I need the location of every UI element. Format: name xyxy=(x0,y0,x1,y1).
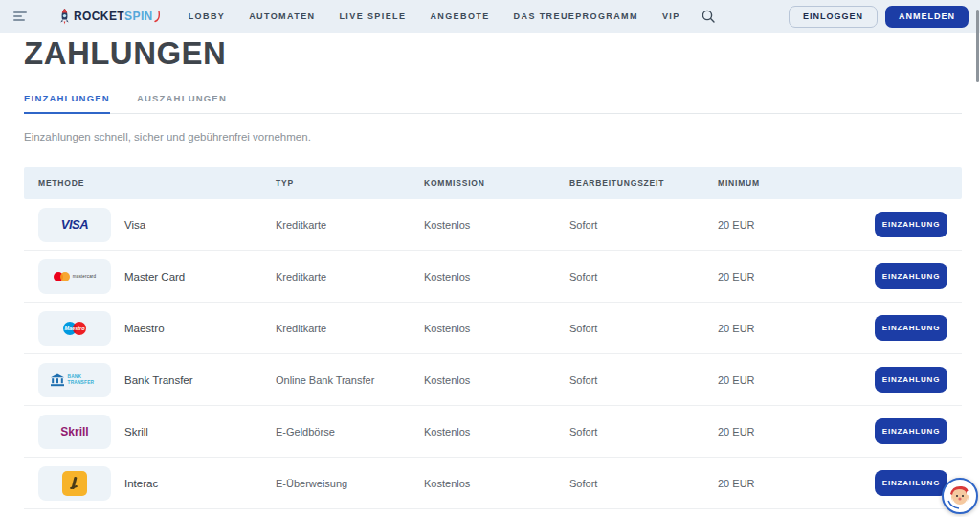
brand-text-primary: ROCKET xyxy=(74,10,124,23)
deposit-button[interactable]: EINZAHLUNG xyxy=(875,263,947,289)
cell-minimum: 20 EUR xyxy=(718,374,874,386)
payment-name: Master Card xyxy=(124,271,185,282)
deposit-button[interactable]: EINZAHLUNG xyxy=(875,212,947,237)
cell-minimum: 20 EUR xyxy=(718,323,874,334)
cell-typ: Online Bank Transfer xyxy=(276,374,424,386)
column-header: TYP xyxy=(276,178,424,188)
deposit-button[interactable]: EINZAHLUNG xyxy=(875,367,947,393)
tabs-bar: EINZAHLUNGENAUSZAHLUNGEN xyxy=(24,93,962,114)
payment-name: Maestro xyxy=(124,323,165,334)
table-row: BANK TRANSFER Bank Transfer Online Bank … xyxy=(24,354,962,406)
cell-method: BANK TRANSFER Bank Transfer xyxy=(38,363,276,397)
tab-auszahlungen[interactable]: AUSZAHLUNGEN xyxy=(137,93,227,113)
table-body: VISA Visa Kreditkarte Kostenlos Sofort 2… xyxy=(24,199,962,509)
table-header-row: METHODETYPKOMMISSIONBEARBEITUNGSZEITMINI… xyxy=(24,167,962,199)
page-title: ZAHLUNGEN xyxy=(24,36,951,69)
cell-method: Skrill Skrill xyxy=(38,415,276,449)
nav-item[interactable]: AUTOMATEN xyxy=(249,11,315,21)
menu-icon[interactable] xyxy=(13,11,28,21)
table-row: mastercard Master Card Kreditkarte Koste… xyxy=(24,251,962,303)
cell-method: VISA Visa xyxy=(38,208,276,242)
payment-logo-label: Skrill xyxy=(60,425,88,438)
payment-logo-label: VISA xyxy=(61,217,88,232)
table-row: Skrill Skrill E-Geldbörse Kostenlos Sofo… xyxy=(24,406,962,458)
santa-avatar-icon xyxy=(946,482,974,510)
brand-swoosh-icon xyxy=(154,11,161,23)
cell-kommission: Kostenlos xyxy=(424,426,569,438)
register-button[interactable]: ANMELDEN xyxy=(885,6,969,28)
payment-name: Interac xyxy=(124,478,158,489)
cell-bearbeitungszeit: Sofort xyxy=(569,478,718,489)
deposit-button[interactable]: EINZAHLUNG xyxy=(875,418,947,444)
cell-kommission: Kostenlos xyxy=(424,323,569,334)
payment-logo: mastercard xyxy=(38,259,111,294)
payment-logo-label: mastercard xyxy=(73,274,97,279)
interac-icon xyxy=(62,471,87,496)
top-nav-bar: ROCKETSPIN LOBBYAUTOMATENLIVE SPIELEANGE… xyxy=(0,0,980,33)
deposit-button[interactable]: EINZAHLUNG xyxy=(875,315,947,341)
cell-kommission: Kostenlos xyxy=(424,271,569,282)
cell-kommission: Kostenlos xyxy=(424,219,569,231)
cell-minimum: 20 EUR xyxy=(718,478,874,489)
cell-action: EINZAHLUNG xyxy=(875,315,947,341)
cell-typ: E-Überweisung xyxy=(276,478,424,489)
table-row: Maestro Maestro Kreditkarte Kostenlos So… xyxy=(24,303,962,354)
payment-logo: BANK TRANSFER xyxy=(38,363,111,397)
cell-minimum: 20 EUR xyxy=(718,219,874,231)
column-header: MINIMUM xyxy=(718,178,874,188)
cell-typ: Kreditkarte xyxy=(276,323,424,334)
cell-bearbeitungszeit: Sofort xyxy=(569,271,718,282)
cell-action: EINZAHLUNG xyxy=(875,418,947,444)
payments-table: METHODETYPKOMMISSIONBEARBEITUNGSZEITMINI… xyxy=(24,167,962,509)
rocket-icon xyxy=(58,9,71,25)
column-header: METHODE xyxy=(38,178,276,188)
cell-method: Interac xyxy=(38,466,276,501)
card-circles-icon xyxy=(54,272,70,281)
payment-name: Skrill xyxy=(124,426,148,438)
page-description: Einzahlungen schnell, sicher und gebühre… xyxy=(24,131,980,143)
payment-logo: Skrill xyxy=(38,415,111,449)
table-row: VISA Visa Kreditkarte Kostenlos Sofort 2… xyxy=(24,199,962,251)
table-row: Interac E-Überweisung Kostenlos Sofort 2… xyxy=(24,458,962,509)
cell-action: EINZAHLUNG xyxy=(875,367,947,393)
cell-bearbeitungszeit: Sofort xyxy=(569,374,718,386)
cell-action: EINZAHLUNG xyxy=(875,470,947,496)
cell-bearbeitungszeit: Sofort xyxy=(569,426,718,438)
cell-minimum: 20 EUR xyxy=(718,271,874,282)
search-icon[interactable] xyxy=(702,10,715,23)
support-chat-widget[interactable] xyxy=(942,478,978,514)
nav-item[interactable]: VIP xyxy=(662,11,680,21)
payment-logo xyxy=(38,466,111,501)
main-content: ZAHLUNGEN EINZAHLUNGENAUSZAHLUNGEN Einza… xyxy=(0,33,980,509)
cell-bearbeitungszeit: Sofort xyxy=(569,323,718,334)
login-button[interactable]: EINLOGGEN xyxy=(789,6,878,28)
payment-logo: Maestro xyxy=(38,311,111,346)
cell-minimum: 20 EUR xyxy=(718,426,874,438)
cell-bearbeitungszeit: Sofort xyxy=(569,219,718,231)
cell-action: EINZAHLUNG xyxy=(875,212,947,237)
brand-logo[interactable]: ROCKETSPIN xyxy=(58,9,164,25)
cell-kommission: Kostenlos xyxy=(424,478,569,489)
nav-item[interactable]: DAS TREUEPROGRAMM xyxy=(514,11,638,21)
payment-logo: VISA xyxy=(38,208,111,242)
deposit-button[interactable]: EINZAHLUNG xyxy=(875,470,947,496)
nav-item[interactable]: LOBBY xyxy=(189,11,226,21)
cell-typ: Kreditkarte xyxy=(276,271,424,282)
main-nav: LOBBYAUTOMATENLIVE SPIELEANGEBOTEDAS TRE… xyxy=(189,11,680,21)
payment-logo-label: BANK TRANSFER xyxy=(68,374,100,385)
cell-typ: E-Geldbörse xyxy=(276,426,424,438)
cell-typ: Kreditkarte xyxy=(276,219,424,231)
cell-method: Maestro Maestro xyxy=(38,311,276,346)
payment-logo-label: Maestro xyxy=(64,326,84,331)
nav-item[interactable]: LIVE SPIELE xyxy=(339,11,406,21)
cell-kommission: Kostenlos xyxy=(424,374,569,386)
payment-name: Visa xyxy=(124,219,145,231)
scrollbar-thumb[interactable] xyxy=(976,10,979,82)
column-header: BEARBEITUNGSZEIT xyxy=(569,178,718,188)
nav-item[interactable]: ANGEBOTE xyxy=(430,11,489,21)
tab-einzahlungen[interactable]: EINZAHLUNGEN xyxy=(24,93,110,113)
bank-icon xyxy=(50,373,65,387)
column-header: KOMMISSION xyxy=(424,178,569,188)
payment-name: Bank Transfer xyxy=(124,374,193,386)
auth-buttons: EINLOGGEN ANMELDEN xyxy=(789,6,969,28)
